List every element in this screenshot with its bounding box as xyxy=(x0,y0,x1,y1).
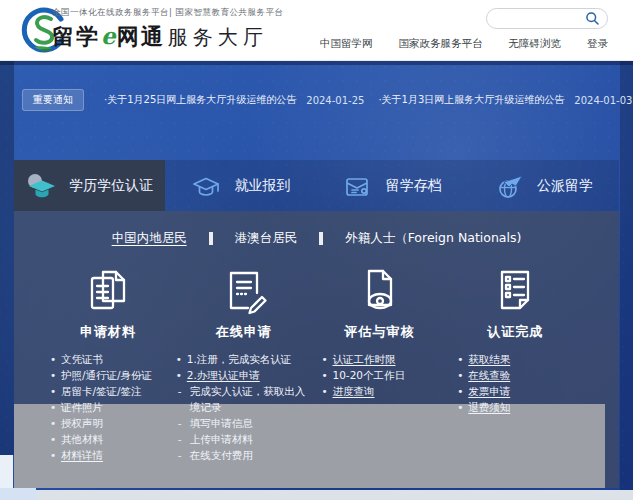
tab-employment-registration[interactable]: 就业报到 xyxy=(165,160,316,211)
platform-tagline: 全国一体化在线政务服务平台| 国家智慧教育公共服务平台 xyxy=(52,7,312,19)
notice-link[interactable]: ·关于1月25日网上服务大厅升级运维的公告 xyxy=(104,93,296,107)
subnav-foreign-nationals[interactable]: 外籍人士（Foreign Nationals) xyxy=(345,230,521,247)
service-tabs: 学历学位认证 就业报到 xyxy=(14,160,619,211)
search-box[interactable] xyxy=(486,8,608,29)
brand-block: 全国一体化在线政务服务平台| 国家智慧教育公共服务平台 留学e网通服务大厅 xyxy=(52,7,312,52)
notice-item: ·关于1月3日网上服务大厅升级运维的公告 2024-01-03 xyxy=(378,93,633,107)
hero-left-edge xyxy=(0,60,14,455)
page-bottom-strip xyxy=(0,490,633,500)
list-item: 护照/通行证/身份证 xyxy=(50,367,176,383)
top-nav-links: 中国留学网 国家政务服务平台 无障碍浏览 登录 xyxy=(320,37,608,51)
list-item-link[interactable]: 进度查询 xyxy=(322,383,448,399)
subnav-hk-macao-taiwan[interactable]: 港澳台居民 xyxy=(235,230,298,247)
notice-item: ·关于1月25日网上服务大厅升级运维的公告 2024-01-25 xyxy=(104,93,378,107)
notice-date: 2024-01-03 xyxy=(574,95,632,106)
certification-mega-panel: 中国内地居民 港澳台居民 外籍人士（Foreign Nationals) xyxy=(14,211,619,488)
list-item: 文凭证书 xyxy=(50,351,176,367)
notice-label: 重要通知 xyxy=(22,89,84,111)
search-icon[interactable] xyxy=(585,11,600,26)
subnav-divider xyxy=(319,232,323,245)
site-title: 留学e网通服务大厅 xyxy=(52,22,312,52)
tab-study-abroad-archive[interactable]: 留学存档 xyxy=(317,160,468,211)
step-column-application-materials: 申请材料 文凭证书 护照/通行证/身份证 居留卡/签证/签注 证件照片 授权声明… xyxy=(40,261,176,463)
graduation-cap-icon xyxy=(26,173,56,199)
list-item: 完成实人认证，获取出入境记录 xyxy=(176,383,312,415)
list-item-link[interactable]: 获取结果 xyxy=(457,351,583,367)
subnav-divider xyxy=(209,232,213,245)
nav-link-china-study-abroad[interactable]: 中国留学网 xyxy=(320,37,373,51)
notice-date: 2024-01-25 xyxy=(306,95,364,106)
graduation-cap-outline-icon xyxy=(191,173,221,199)
tab-label: 留学存档 xyxy=(386,177,442,195)
search-input[interactable] xyxy=(487,10,585,27)
tab-government-sponsored-study[interactable]: 公派留学 xyxy=(468,160,619,211)
subnav-mainland-residents[interactable]: 中国内地居民 xyxy=(112,230,187,247)
step-title: 在线申请 xyxy=(216,323,272,341)
list-item-link[interactable]: 退费须知 xyxy=(457,399,583,415)
checklist-icon xyxy=(489,265,541,317)
notice-link[interactable]: ·关于1月3日网上服务大厅升级运维的公告 xyxy=(378,93,564,107)
review-eye-icon xyxy=(353,265,405,317)
list-item: 填写申请信息 xyxy=(176,415,312,431)
step-column-online-application: 在线申请 1.注册，完成实名认证 2.办理认证申请 完成实人认证，获取出入境记录… xyxy=(176,261,312,463)
nav-link-gov-service-platform[interactable]: 国家政务服务平台 xyxy=(399,37,483,51)
step-title: 评估与审核 xyxy=(344,323,414,341)
plane-globe-icon xyxy=(494,173,524,199)
list-item-link[interactable]: 认证工作时限 xyxy=(322,351,448,367)
list-item: 1.注册，完成实名认证 xyxy=(176,351,312,367)
step-column-completion: 认证完成 获取结果 在线查验 发票申请 退费须知 xyxy=(447,261,583,463)
bottom-left-corner-patch xyxy=(0,488,36,500)
hero-banner: 重要通知 ·关于1月25日网上服务大厅升级运维的公告 2024-01-25 ·关… xyxy=(0,60,633,490)
form-edit-icon xyxy=(218,265,270,317)
study-abroad-service-hall-page: 全国一体化在线政务服务平台| 国家智慧教育公共服务平台 留学e网通服务大厅 中国… xyxy=(0,0,633,500)
resident-type-subnav: 中国内地居民 港澳台居民 外籍人士（Foreign Nationals) xyxy=(14,211,619,251)
nav-link-accessibility[interactable]: 无障碍浏览 xyxy=(509,37,562,51)
tab-degree-certification[interactable]: 学历学位认证 xyxy=(14,160,165,211)
documents-icon xyxy=(82,265,134,317)
list-item: 在线支付费用 xyxy=(176,447,312,463)
notice-bar: 重要通知 ·关于1月25日网上服务大厅升级运维的公告 2024-01-25 ·关… xyxy=(22,88,612,112)
tab-label: 学历学位认证 xyxy=(69,177,153,195)
header: 全国一体化在线政务服务平台| 国家智慧教育公共服务平台 留学e网通服务大厅 中国… xyxy=(0,0,633,61)
list-item-link[interactable]: 发票申请 xyxy=(457,383,583,399)
hero-right-edge xyxy=(620,60,633,490)
list-item-link[interactable]: 在线查验 xyxy=(457,367,583,383)
list-item: 证件照片 xyxy=(50,399,176,415)
step-title: 申请材料 xyxy=(80,323,136,341)
list-item: 其他材料 xyxy=(50,431,176,447)
list-item-link[interactable]: 2.办理认证申请 xyxy=(176,367,312,383)
list-item: 上传申请材料 xyxy=(176,431,312,447)
nav-link-login[interactable]: 登录 xyxy=(587,37,608,51)
step-title: 认证完成 xyxy=(487,323,543,341)
process-steps: 申请材料 文凭证书 护照/通行证/身份证 居留卡/签证/签注 证件照片 授权声明… xyxy=(14,251,619,463)
list-item: 授权声明 xyxy=(50,415,176,431)
list-item-link[interactable]: 材料详情 xyxy=(50,447,176,463)
list-item: 10-20个工作日 xyxy=(322,367,448,383)
step-column-review: 评估与审核 认证工作时限 10-20个工作日 进度查询 xyxy=(312,261,448,463)
list-item: 居留卡/签证/签注 xyxy=(50,383,176,399)
tab-label: 就业报到 xyxy=(234,177,290,195)
archive-bag-icon xyxy=(343,173,373,199)
tab-label: 公派留学 xyxy=(537,177,593,195)
